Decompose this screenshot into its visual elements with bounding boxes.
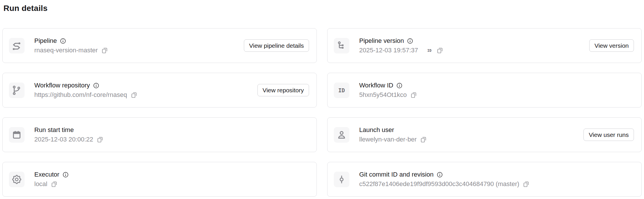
- pipeline-version-value: 2025-12-03 19:57:37: [359, 47, 418, 54]
- pipeline-label: Pipeline: [34, 37, 57, 45]
- id-badge-icon: ID: [426, 47, 433, 53]
- card-run-start-time: Run start time 2025-12-03 20:00:22: [2, 117, 317, 152]
- pipeline-version-label: Pipeline version: [359, 37, 404, 45]
- workflow-id-info-icon[interactable]: [396, 83, 402, 89]
- workflow-id-value: 5hxn5y54Ot1kco: [359, 91, 407, 99]
- git-commit-info-icon[interactable]: [437, 172, 443, 178]
- svg-text:ID: ID: [338, 87, 345, 93]
- executor-label: Executor: [34, 171, 59, 178]
- git-commit-label: Git commit ID and revision: [359, 171, 434, 178]
- card-launch-user: Launch user llewelyn-van-der-ber View us…: [327, 117, 642, 152]
- pipeline-version-info-icon[interactable]: [407, 38, 413, 44]
- workflow-repository-value: https://github.com/nf-core/rnaseq: [34, 91, 127, 99]
- card-git-commit: Git commit ID and revision c522f87e1406e…: [327, 162, 642, 197]
- executor-copy-button[interactable]: [50, 180, 58, 188]
- workflow-repository-label: Workflow repository: [34, 82, 90, 89]
- version-tree-icon: [334, 38, 349, 53]
- launch-user-copy-button[interactable]: [420, 136, 427, 143]
- pipeline-value: rnaseq-version-master: [34, 47, 98, 54]
- git-commit-copy-button[interactable]: [522, 180, 530, 188]
- executor-info-icon[interactable]: [63, 172, 69, 178]
- run-start-time-value: 2025-12-03 20:00:22: [34, 136, 93, 143]
- page-title: Run details: [3, 3, 642, 13]
- user-icon: [334, 127, 349, 143]
- id-icon: ID: [334, 83, 349, 98]
- git-commit-value: c522f87e1406ede19f9df9593d00c3c404684790…: [359, 180, 519, 188]
- git-branch-icon: [9, 83, 25, 98]
- view-pipeline-details-button[interactable]: View pipeline details: [244, 39, 309, 52]
- workflow-repository-info-icon[interactable]: [93, 83, 99, 89]
- workflow-id-label: Workflow ID: [359, 82, 393, 89]
- view-user-runs-button[interactable]: View user runs: [583, 129, 634, 141]
- run-details-grid: Pipeline rnaseq-version-master View pipe…: [2, 28, 642, 197]
- gear-icon: [9, 172, 25, 187]
- workflow-id-copy-button[interactable]: [410, 91, 417, 99]
- pipeline-version-copy-button[interactable]: [436, 47, 444, 54]
- workflow-repository-copy-button[interactable]: [130, 91, 138, 99]
- calendar-icon: [9, 127, 25, 143]
- executor-value: local: [34, 180, 47, 188]
- card-executor: Executor local: [2, 162, 317, 197]
- card-pipeline: Pipeline rnaseq-version-master View pipe…: [2, 28, 317, 63]
- card-workflow-repository: Workflow repository https://github.com/n…: [2, 73, 317, 108]
- launch-user-value: llewelyn-van-der-ber: [359, 136, 417, 143]
- pipeline-icon: [9, 38, 25, 53]
- launch-user-label: Launch user: [359, 126, 394, 134]
- view-version-button[interactable]: View version: [589, 39, 634, 52]
- run-details-page: Run details Pipeline rnaseq-version-mast…: [0, 0, 644, 197]
- card-pipeline-version: Pipeline version 2025-12-03 19:57:37 ID …: [327, 28, 642, 63]
- pipeline-copy-button[interactable]: [101, 47, 108, 54]
- card-workflow-id: ID Workflow ID 5hxn5y54Ot1kco: [327, 73, 642, 108]
- pipeline-info-icon[interactable]: [60, 38, 66, 44]
- run-start-time-label: Run start time: [34, 126, 74, 134]
- git-commit-icon: [334, 172, 349, 187]
- run-start-time-copy-button[interactable]: [96, 136, 104, 143]
- view-repository-button[interactable]: View repository: [257, 84, 309, 96]
- svg-text:ID: ID: [428, 49, 432, 53]
